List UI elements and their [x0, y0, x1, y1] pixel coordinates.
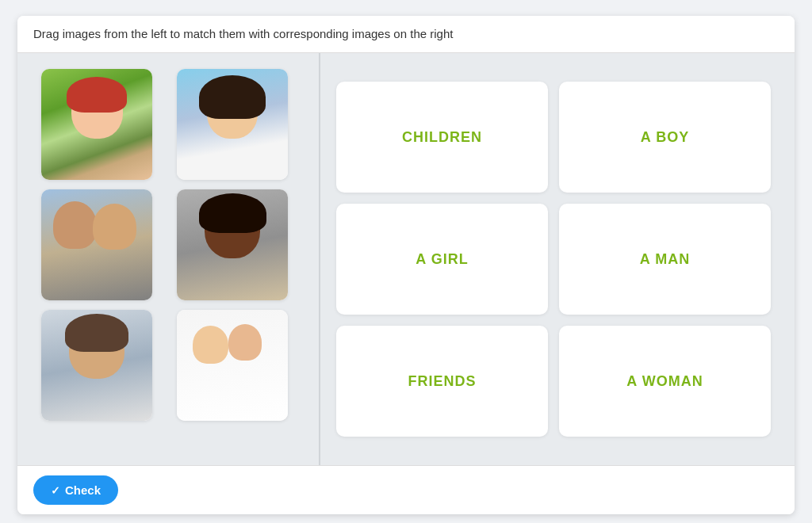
image-card-girl[interactable] [177, 69, 288, 180]
right-panel: CHILDREN A BOY A GIRL A MAN FRIENDS A WO… [320, 53, 795, 465]
image-card-man[interactable] [41, 310, 152, 421]
image-card-boy[interactable] [41, 69, 152, 180]
check-button[interactable]: ✓ Check [33, 475, 118, 505]
label-card-children[interactable]: CHILDREN [336, 82, 548, 193]
label-card-a-girl[interactable]: A GIRL [336, 204, 548, 315]
check-button-label: Check [65, 483, 101, 497]
instruction-text: Drag images from the left to match them … [33, 27, 453, 40]
label-a-girl: A GIRL [416, 251, 468, 268]
image-card-black-woman[interactable] [177, 189, 288, 300]
bottom-bar: ✓ Check [17, 465, 795, 514]
label-a-man: A MAN [640, 251, 690, 268]
main-container: Drag images from the left to match them … [17, 16, 795, 514]
image-grid [41, 69, 303, 421]
label-friends: FRIENDS [408, 373, 476, 390]
photo-boy [41, 69, 152, 180]
check-icon: ✓ [51, 484, 60, 497]
label-children: CHILDREN [402, 129, 482, 146]
label-grid: CHILDREN A BOY A GIRL A MAN FRIENDS A WO… [336, 82, 771, 437]
label-card-a-woman[interactable]: A WOMAN [559, 326, 771, 437]
image-card-children[interactable] [177, 310, 288, 421]
content-area: CHILDREN A BOY A GIRL A MAN FRIENDS A WO… [17, 53, 795, 465]
left-panel [17, 53, 319, 465]
photo-two-women [41, 189, 152, 300]
photo-man [41, 310, 152, 421]
label-a-boy: A BOY [641, 129, 689, 146]
photo-girl [177, 69, 288, 180]
label-a-woman: A WOMAN [626, 373, 703, 390]
image-card-two-women[interactable] [41, 189, 152, 300]
photo-black-woman [177, 189, 288, 300]
instruction-bar: Drag images from the left to match them … [17, 16, 795, 53]
label-card-a-boy[interactable]: A BOY [559, 82, 771, 193]
label-card-friends[interactable]: FRIENDS [336, 326, 548, 437]
photo-children [177, 310, 288, 421]
label-card-a-man[interactable]: A MAN [559, 204, 771, 315]
